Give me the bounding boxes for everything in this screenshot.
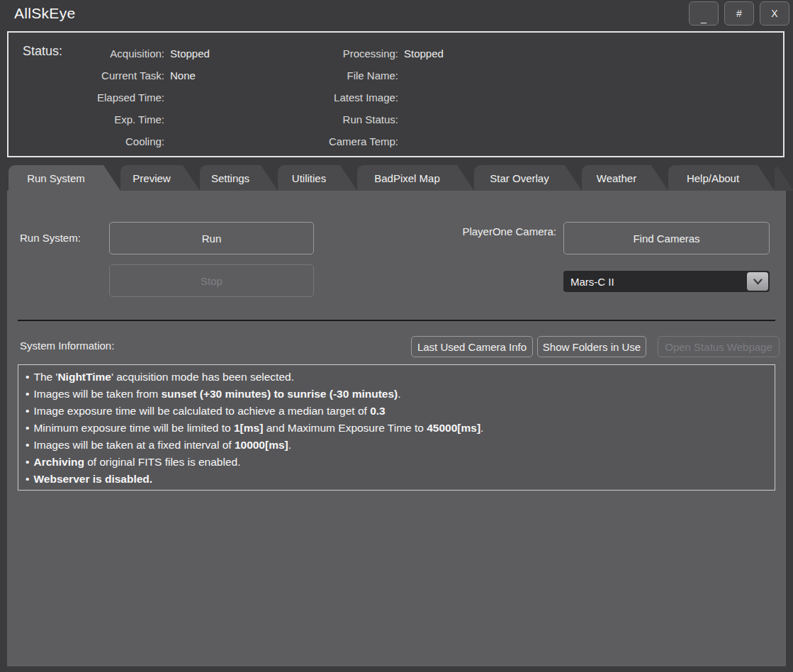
camera-select-value: Mars-C II bbox=[570, 276, 614, 288]
system-info-line: •Images will be taken from sunset (+30 m… bbox=[26, 386, 775, 403]
chevron-down-icon[interactable] bbox=[747, 272, 768, 291]
playerone-camera-label: PlayerOne Camera: bbox=[449, 225, 556, 237]
last-used-camera-info-button[interactable]: Last Used Camera Info bbox=[411, 336, 533, 357]
open-status-webpage-button[interactable]: Open Status Webpage bbox=[658, 336, 780, 357]
bullet-icon: • bbox=[26, 388, 29, 400]
system-information-box: •The 'NightTime' acquisition mode has be… bbox=[18, 364, 775, 491]
section-divider bbox=[18, 320, 775, 321]
status-right-label: Run Status: bbox=[306, 113, 398, 125]
find-cameras-button[interactable]: Find Cameras bbox=[563, 222, 770, 254]
show-folders-in-use-button[interactable]: Show Folders in Use bbox=[537, 336, 646, 357]
bullet-icon: • bbox=[26, 456, 29, 468]
minimize-button[interactable]: _ bbox=[689, 1, 719, 26]
system-info-line: •Images will be taken at a fixed interva… bbox=[26, 437, 775, 454]
tab-bar: Run SystemPreviewSettingsUtilitiesBadPix… bbox=[9, 165, 793, 191]
system-info-line: •Minimum exposure time will be limited t… bbox=[26, 420, 775, 437]
tab-utilities[interactable]: Utilities bbox=[278, 165, 357, 191]
tab-run-system[interactable]: Run System bbox=[9, 165, 120, 191]
tab-help-about[interactable]: Help/About bbox=[668, 165, 775, 191]
status-left-value: None bbox=[170, 69, 300, 82]
run-system-panel: Run System: Run Stop PlayerOne Camera: F… bbox=[7, 191, 786, 666]
tab-overflow bbox=[775, 165, 793, 191]
status-left-label: Exp. Time: bbox=[23, 113, 164, 125]
close-button[interactable]: X bbox=[760, 1, 789, 26]
app-window: AllSkEye _ # X Status: Acquisition:Stopp… bbox=[0, 0, 793, 672]
status-right-value: Stopped bbox=[404, 47, 702, 60]
system-info-line: •The 'NightTime' acquisition mode has be… bbox=[26, 369, 775, 386]
maximize-button[interactable]: # bbox=[724, 1, 754, 26]
status-right-label: File Name: bbox=[306, 69, 398, 82]
system-info-line: •Webserver is disabled. bbox=[26, 471, 775, 488]
status-left-label: Acquisition: bbox=[23, 47, 164, 60]
system-info-line: •Image exposure time will be calculated … bbox=[26, 403, 775, 420]
status-rows: Acquisition:StoppedProcessing:StoppedCur… bbox=[23, 43, 702, 152]
status-left-label: Current Task: bbox=[23, 69, 164, 82]
tab-star-overlay[interactable]: Star Overlay bbox=[474, 165, 582, 191]
tab-badpixel-map[interactable]: BadPixel Map bbox=[357, 165, 474, 191]
status-left-value: Stopped bbox=[170, 47, 300, 60]
system-information-label: System Information: bbox=[20, 340, 114, 352]
app-title: AllSkEye bbox=[14, 5, 75, 22]
bullet-icon: • bbox=[26, 422, 29, 434]
bullet-icon: • bbox=[26, 405, 29, 417]
status-right-label: Latest Image: bbox=[306, 91, 398, 103]
stop-button[interactable]: Stop bbox=[109, 264, 314, 297]
run-system-label: Run System: bbox=[20, 232, 81, 244]
camera-select[interactable]: Mars-C II bbox=[563, 271, 770, 292]
bullet-icon: • bbox=[26, 473, 29, 485]
window-controls: _ # X bbox=[689, 1, 789, 26]
status-right-label: Camera Temp: bbox=[306, 135, 398, 147]
status-left-label: Elapsed Time: bbox=[23, 91, 164, 103]
tab-weather[interactable]: Weather bbox=[582, 165, 668, 191]
bullet-icon: • bbox=[26, 439, 29, 451]
system-info-line: •Archiving of original FITS files is ena… bbox=[26, 454, 775, 471]
title-bar: AllSkEye _ # X bbox=[0, 0, 793, 27]
tab-preview[interactable]: Preview bbox=[120, 165, 200, 191]
status-right-label: Processing: bbox=[306, 47, 398, 60]
tab-settings[interactable]: Settings bbox=[200, 165, 278, 191]
run-button[interactable]: Run bbox=[109, 222, 314, 254]
bullet-icon: • bbox=[26, 371, 29, 383]
status-panel: Status: Acquisition:StoppedProcessing:St… bbox=[7, 31, 784, 157]
status-left-label: Cooling: bbox=[23, 135, 164, 147]
